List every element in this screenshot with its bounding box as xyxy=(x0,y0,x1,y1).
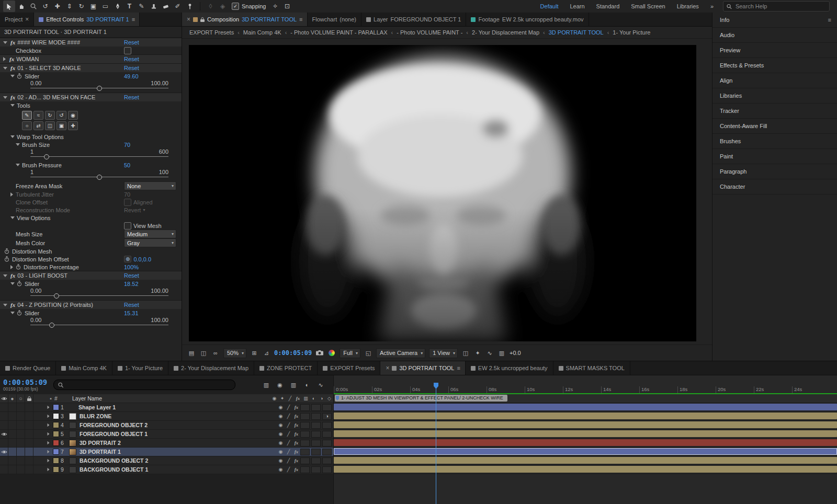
panel-libraries[interactable]: Libraries xyxy=(712,88,837,104)
workspace-small-screen[interactable]: Small Screen xyxy=(631,3,665,9)
panel-align[interactable]: Align xyxy=(712,73,837,88)
switch-box[interactable] xyxy=(311,422,321,429)
help-search-input[interactable] xyxy=(734,3,826,10)
audio-toggle[interactable] xyxy=(8,465,17,474)
tab-layer[interactable]: Layer FOREGROUND OBJECT 1 xyxy=(361,13,466,26)
panel-character[interactable]: Character xyxy=(712,179,837,194)
wire-mode-checkbox[interactable] xyxy=(124,47,131,54)
panel-menu-icon[interactable]: ≡ xyxy=(828,17,831,23)
panel-effects-presets[interactable]: Effects & Presets xyxy=(712,58,837,73)
solo-toggle[interactable] xyxy=(17,439,25,447)
slider-handle[interactable] xyxy=(97,86,102,91)
effects-toggle[interactable]: fx xyxy=(292,421,300,429)
panel-menu-icon[interactable]: ≡ xyxy=(457,365,459,371)
slider-handle[interactable] xyxy=(49,323,54,328)
fx-icon[interactable]: fx xyxy=(10,94,15,100)
twirl-down-icon[interactable] xyxy=(10,312,15,314)
quality-toggle[interactable]: ╱ xyxy=(285,403,292,411)
panel-info[interactable]: Info≡ xyxy=(712,13,837,28)
lock-toggle[interactable] xyxy=(25,430,33,438)
layer-name[interactable]: 3D PORTRAIT 2 xyxy=(78,440,277,446)
layer-twirl-icon[interactable] xyxy=(48,423,50,427)
shy-toggle[interactable]: ◉ xyxy=(277,448,285,456)
quality-toggle[interactable]: ╱ xyxy=(285,439,292,447)
camera-select[interactable]: Active Camera▾ xyxy=(376,348,425,358)
video-toggle[interactable] xyxy=(0,430,8,438)
effects-toggle[interactable]: fx xyxy=(292,403,300,411)
panel-preview[interactable]: Preview xyxy=(712,43,837,58)
freeze-area-mask-select[interactable]: None▾ xyxy=(124,181,176,190)
layer-duration-bar[interactable] xyxy=(334,466,837,473)
panel-tracker[interactable]: Tracker xyxy=(712,104,837,119)
group-view-options[interactable]: View Options xyxy=(0,214,182,222)
video-toggle[interactable] xyxy=(0,412,8,420)
layer-bar-row[interactable] xyxy=(334,412,837,421)
solo-toggle[interactable] xyxy=(17,430,25,438)
quality-toggle[interactable]: ╱ xyxy=(285,456,292,465)
layer-bar-row[interactable] xyxy=(334,439,837,448)
switch-box[interactable] xyxy=(322,457,332,464)
twirl-down-icon[interactable] xyxy=(10,216,15,219)
comp-mini-flowchart-icon[interactable]: ▥ xyxy=(262,380,270,390)
lock-toggle[interactable] xyxy=(25,412,33,420)
lock-toggle[interactable] xyxy=(25,456,33,465)
switch-box[interactable] xyxy=(322,466,332,473)
switch-box[interactable] xyxy=(311,449,321,455)
effect-select-3d-angle[interactable]: fx 01 - SELECT 3D ANGLE Reset xyxy=(0,63,182,72)
layer-name[interactable]: Shape Layer 1 xyxy=(77,404,277,410)
position-icon[interactable]: ⊕ xyxy=(124,256,131,262)
lock-toggle[interactable] xyxy=(25,439,33,447)
layer-bar-row[interactable] xyxy=(334,430,837,439)
layer-name[interactable]: FOREGROUND OBJECT 1 xyxy=(78,431,277,437)
effects-toggle[interactable]: fx xyxy=(292,448,300,456)
channels-icon[interactable] xyxy=(327,348,336,358)
layer-bar-row-selected[interactable] xyxy=(334,448,837,456)
label-color-swatch[interactable] xyxy=(53,440,59,446)
resolution-select[interactable]: Full▾ xyxy=(340,348,360,358)
panel-content-aware-fill[interactable]: Content-Aware Fill xyxy=(712,119,837,134)
layer-twirl-icon[interactable] xyxy=(48,406,50,409)
viewer-timecode[interactable]: 0:00:05:09 xyxy=(274,349,312,357)
layer-bar-row[interactable] xyxy=(334,403,837,412)
effects-toggle[interactable]: fx xyxy=(292,439,300,447)
pan-behind-tool-button[interactable]: ▣ xyxy=(87,1,99,12)
timeline-tab-your-picture[interactable]: 1- Your Picture xyxy=(112,361,168,375)
graph-editor-icon[interactable]: ∿ xyxy=(316,380,325,390)
solo-toggle[interactable] xyxy=(17,465,25,474)
switch-box[interactable] xyxy=(300,449,310,455)
layer-duration-bar[interactable] xyxy=(334,439,837,446)
graph-icon[interactable]: ∿ xyxy=(485,348,494,358)
snapshot-icon[interactable] xyxy=(315,348,324,358)
layer-row-background-object-2[interactable]: 8 BACKGROUND OBJECT 2 ◉╱fx xyxy=(0,456,333,465)
snap-3d-ground-icon[interactable]: ⊡ xyxy=(281,1,293,12)
reconstruction-tool-icon[interactable]: ✚ xyxy=(68,121,78,130)
snap-edges-icon[interactable]: ✧ xyxy=(269,1,281,12)
stopwatch-icon[interactable] xyxy=(4,248,9,254)
reset-button[interactable]: Reset xyxy=(124,94,139,100)
reset-button[interactable]: Reset xyxy=(124,39,139,45)
layer-row-foreground-object-2[interactable]: 4 FOREGROUND OBJECT 2 ◉╱fx xyxy=(0,421,333,430)
quality-toggle[interactable]: ╱ xyxy=(285,412,292,420)
shy-toggle[interactable]: ◉ xyxy=(277,403,285,411)
twirl-ccw-tool-icon[interactable]: ↺ xyxy=(56,111,66,120)
lock-toggle[interactable] xyxy=(25,403,33,411)
switch-box[interactable] xyxy=(300,440,310,446)
timeline-tab-main-comp-4k[interactable]: Main Comp 4K xyxy=(56,361,112,375)
composition-stage[interactable] xyxy=(189,45,696,341)
audio-toggle[interactable] xyxy=(8,421,17,429)
snapping-checkbox[interactable]: ✓ xyxy=(232,3,239,10)
switch-box[interactable] xyxy=(311,466,321,473)
audio-toggle[interactable] xyxy=(8,448,17,456)
stopwatch-icon[interactable] xyxy=(4,256,9,262)
close-icon[interactable]: × xyxy=(25,16,29,23)
grid-guides-icon[interactable]: ⊞ xyxy=(250,348,258,358)
switch-box[interactable] xyxy=(311,431,321,438)
reflection-tool-icon[interactable]: ◫ xyxy=(45,121,55,130)
layer-twirl-icon[interactable] xyxy=(48,441,50,444)
effect-woman[interactable]: fx WOMAN Reset xyxy=(0,54,182,63)
quality-toggle[interactable]: ╱ xyxy=(285,465,292,474)
switch-box[interactable] xyxy=(322,440,332,446)
breadcrumb-item[interactable]: 1- Your Picture xyxy=(613,29,650,36)
brush-pressure-slider-control[interactable]: 1 100 xyxy=(30,169,168,181)
fx-icon[interactable]: fx xyxy=(10,39,15,45)
